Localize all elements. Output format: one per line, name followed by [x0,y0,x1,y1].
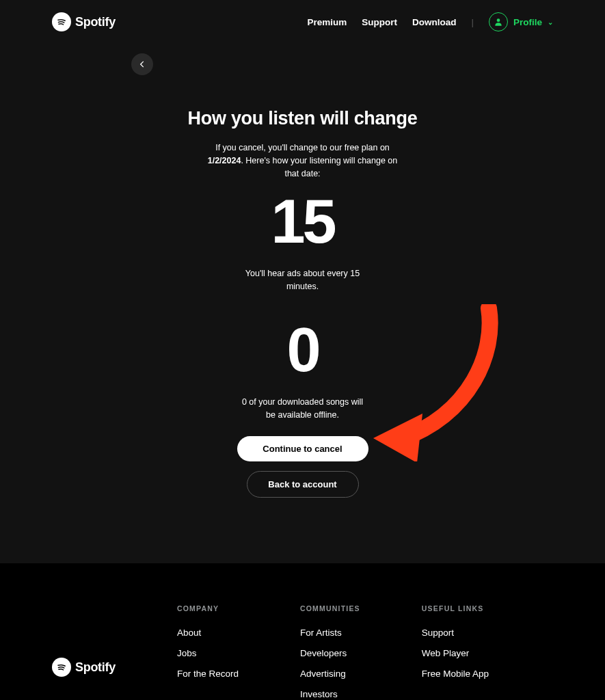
footer-link[interactable]: About [177,628,239,638]
footer-col-company: COMPANY About Jobs For the Record [177,604,239,700]
page-title: How you listen will change [0,108,605,129]
footer-link[interactable]: Web Player [422,648,489,658]
brand-logo[interactable]: Spotify [52,12,116,31]
footer-col-communities: COMMUNITIES For Artists Developers Adver… [300,604,360,700]
stat-block-downloads: 0 0 of your downloaded songs will be ava… [0,319,605,422]
stat-block-ads: 15 You'll hear ads about every 15 minute… [0,191,605,293]
top-nav: Premium Support Download | Profile ⌄ [307,12,553,31]
spotify-icon [52,658,71,677]
main-content: How you listen will change If you cancel… [0,75,605,563]
footer-col-heading: USEFUL LINKS [422,604,489,612]
subtitle-suffix: . Here's how your listening will change … [241,156,397,178]
nav-download[interactable]: Download [412,17,457,27]
cta-group: Continue to cancel Back to account [0,436,605,498]
footer-brand-text: Spotify [75,660,116,675]
footer-link[interactable]: For the Record [177,669,239,679]
brand-text: Spotify [75,15,116,29]
spotify-icon [52,12,71,31]
continue-cancel-button[interactable]: Continue to cancel [237,436,368,461]
footer-col-heading: COMPANY [177,604,239,612]
subtitle: If you cancel, you'll change to our free… [200,142,405,180]
nav-support[interactable]: Support [362,17,397,27]
subtitle-prefix: If you cancel, you'll change to our free… [215,143,390,152]
back-button[interactable] [131,53,153,75]
footer-brand[interactable]: Spotify [52,604,116,700]
footer-link[interactable]: Free Mobile App [422,669,489,679]
avatar-icon [489,12,508,31]
chevron-left-icon [137,59,147,69]
subtitle-date: 1/2/2024 [208,156,241,165]
footer-link[interactable]: Developers [300,648,360,658]
nav-separator: | [471,17,474,27]
svg-point-1 [497,18,500,22]
top-header: Spotify Premium Support Download | Profi… [0,0,605,44]
footer-link[interactable]: Jobs [177,648,239,658]
profile-menu[interactable]: Profile ⌄ [489,12,553,31]
footer-link[interactable]: Support [422,628,489,638]
stat-ads-text: You'll hear ads about every 15 minutes. [241,267,364,293]
footer-link[interactable]: For Artists [300,628,360,638]
nav-premium[interactable]: Premium [307,17,347,27]
footer-link[interactable]: Advertising [300,669,360,679]
footer-col-useful: USEFUL LINKS Support Web Player Free Mob… [422,604,489,700]
stat-ads-number: 15 [0,191,605,252]
profile-label: Profile [513,17,542,27]
site-footer: Spotify COMPANY About Jobs For the Recor… [0,563,605,700]
stat-downloads-number: 0 [0,319,605,381]
back-to-account-button[interactable]: Back to account [247,471,359,498]
footer-col-heading: COMMUNITIES [300,604,360,612]
footer-link[interactable]: Investors [300,689,360,699]
chevron-down-icon: ⌄ [548,18,553,26]
stat-downloads-text: 0 of your downloaded songs will be avail… [241,396,364,422]
